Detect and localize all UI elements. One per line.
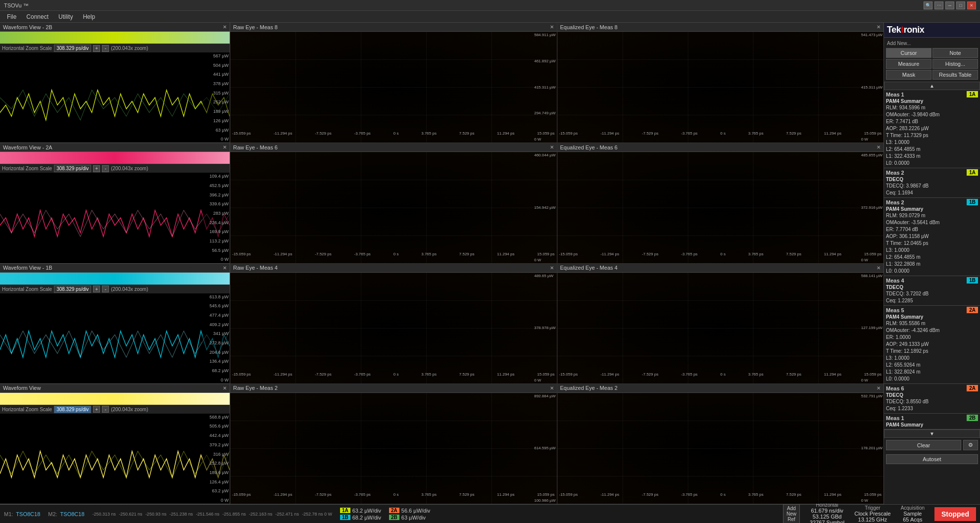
eq-eye-meas8-heatmap	[557, 32, 884, 143]
add-new-ref-button[interactable]: Add New Ref	[783, 504, 800, 523]
meas-2-label: Meas 2	[886, 170, 904, 176]
scale-2a-8: 56.5 µW	[202, 248, 229, 253]
m2-value: TSO8C18	[60, 511, 85, 517]
meas-2-title: TDECQ	[886, 177, 978, 182]
histog-button[interactable]: Histog...	[932, 59, 978, 69]
waveform-main-main[interactable]: 568.8 µW 505.6 µW 442.4 µW 379.2 µW 316 …	[0, 414, 230, 504]
add-new-ref-label3: Ref	[787, 517, 795, 522]
zoom-factor-2a: (200.043x zoom)	[111, 166, 148, 171]
eq-eye-meas4-heatmap	[557, 273, 884, 383]
meas-5-l2: L2: 655.9264 m	[886, 362, 978, 369]
zoom-value-2b[interactable]: 308.329 ps/div	[54, 45, 91, 52]
zoom-factor-main: (200.043x zoom)	[111, 407, 148, 412]
settings-icon[interactable]: ⋯	[934, 1, 943, 9]
m1-label: M1:	[4, 511, 13, 517]
waveform-2b-svg	[0, 52, 230, 143]
raw-eye-meas2-content[interactable]: -15.059 ps-11.294 ps-7.529 ps-3.765 ps0 …	[230, 393, 557, 504]
zoom-in-2a[interactable]: +	[93, 165, 100, 172]
meas-4-label: Meas 4	[886, 278, 904, 284]
meas-1-content: RLM: 934.5996 m OMAouter: -3.9840 dBm ER…	[886, 104, 978, 167]
raw-eye-meas8-close[interactable]: ✕	[550, 24, 554, 30]
zoom-value-1b[interactable]: 308.329 ps/div	[54, 285, 91, 293]
zoom-in-1b[interactable]: +	[93, 285, 100, 292]
waveform-2a: Waveform View - 2A ✕ Horizontal Zoom Sca…	[0, 143, 230, 263]
eq-eye-meas8-close[interactable]: ✕	[877, 24, 881, 30]
zoom-value-main[interactable]: 308.329 ps/div	[54, 406, 91, 413]
waveform-1b-scale: 613.8 µW 545.6 µW 477.4 µW 409.2 µW 341 …	[202, 293, 230, 383]
scale-main-9: 0 W	[202, 498, 229, 503]
minimize-button[interactable]: ─	[945, 1, 954, 9]
clear-button[interactable]: Clear	[886, 440, 961, 450]
main-area: Waveform View - 2B ✕ Horizontal Zoom Sca…	[0, 23, 980, 504]
stopped-button[interactable]: Stopped	[934, 507, 976, 521]
meas-5-l1: L1: 322.8024 m	[886, 369, 978, 376]
meas-3-content: RLM: 929.0729 m OMAouter: -3.5641 dBm ER…	[886, 212, 978, 275]
eq-eye-meas2-content[interactable]: -15.059 ps-11.294 ps-7.529 ps-3.765 ps0 …	[557, 393, 884, 504]
zoom-value-2a[interactable]: 308.329 ps/div	[54, 165, 91, 172]
titlebar: TSOVu ™ 🔍 ⋯ ─ □ ✕	[0, 0, 980, 11]
raw-eye-meas6-heatmap	[230, 152, 557, 263]
scale-2b-5: 252 µW	[202, 99, 229, 104]
menu-file[interactable]: File	[2, 12, 21, 21]
zoom-out-2a[interactable]: -	[102, 165, 109, 172]
cursor-button[interactable]: Cursor	[886, 48, 931, 58]
zoom-in-2b[interactable]: +	[93, 45, 100, 52]
raw-eye-meas6-content[interactable]: -15.059 ps-11.294 ps-7.529 ps-3.765 ps0 …	[230, 152, 557, 263]
eq-eye-meas4-header: Equalized Eye - Meas 4 ✕	[557, 264, 884, 273]
raw-eye-meas6-close[interactable]: ✕	[550, 144, 554, 150]
eq-eye-meas6-close[interactable]: ✕	[877, 144, 881, 150]
scale-2a-1: 452.5 µW	[202, 183, 229, 188]
waveform-main-close[interactable]: ✕	[223, 385, 227, 391]
ts-7: -252.471 ns	[275, 512, 299, 517]
ch-2b-group: 2B 63 µW/div	[389, 515, 430, 521]
waveform-2b-close[interactable]: ✕	[223, 24, 227, 30]
results-table-button[interactable]: Results Table	[932, 70, 978, 80]
close-button[interactable]: ✕	[967, 1, 976, 9]
eq-eye-meas4-content[interactable]: -15.059 ps-11.294 ps-7.529 ps-3.765 ps0 …	[557, 273, 884, 383]
waveform-1b-main[interactable]: 613.8 µW 545.6 µW 477.4 µW 409.2 µW 341 …	[0, 293, 230, 383]
meas-5-badge: 2A	[967, 307, 978, 313]
raw-eye-meas2-close[interactable]: ✕	[550, 385, 554, 391]
ts-2: -250.93 ns	[146, 512, 167, 517]
acquisition-mode: Sample	[903, 511, 922, 517]
mask-button[interactable]: Mask	[886, 70, 931, 80]
right-panel: Tektronix Add New... Cursor Note Measure…	[883, 23, 980, 504]
eq-eye-meas4-close[interactable]: ✕	[877, 265, 881, 271]
menu-connect[interactable]: Connect	[21, 12, 53, 21]
meas-6-tdecq: TDECQ: 3.8550 dB	[886, 398, 978, 405]
meas-4-title: TDECQ	[886, 285, 978, 290]
zoom-out-1b[interactable]: -	[102, 285, 109, 292]
waveform-1b-zoombar: Horizontal Zoom Scale 308.329 ps/div + -…	[0, 285, 230, 293]
waveform-2a-main[interactable]: 109.4 µW 452.5 µW 396.2 µW 339.6 µW 283 …	[0, 173, 230, 263]
meas-1-er: ER: 7.7471 dB	[886, 118, 978, 125]
eq-eye-meas2-close[interactable]: ✕	[877, 385, 881, 391]
waveform-2b-main[interactable]: 567 µW 504 µW 441 µW 378 µW 315 µW 252 µ…	[0, 52, 230, 143]
meas-1-l3: L3: 1.0000	[886, 139, 978, 146]
waveform-2b: Waveform View - 2B ✕ Horizontal Zoom Sca…	[0, 23, 230, 143]
menu-help[interactable]: Help	[78, 12, 100, 21]
eq-eye-meas6-content[interactable]: -15.059 ps-11.294 ps-7.529 ps-3.765 ps0 …	[557, 152, 884, 263]
meas-3-ttime: T Time: 12.0465 ps	[886, 240, 978, 247]
note-button[interactable]: Note	[932, 48, 978, 58]
eq-eye-meas8-content[interactable]: -15.059 ps-11.294 ps-7.529 ps-3.765 ps0 …	[557, 32, 884, 143]
maximize-button[interactable]: □	[956, 1, 965, 9]
zoom-in-main[interactable]: +	[93, 406, 100, 413]
raw-eye-meas8-header: Raw Eye - Meas 8 ✕	[230, 23, 557, 32]
menu-utility[interactable]: Utility	[53, 12, 78, 21]
autoset-button[interactable]: Autoset	[886, 454, 978, 464]
zoom-out-2b[interactable]: -	[102, 45, 109, 52]
scale-2b-8: 63 µW	[202, 128, 229, 133]
waveform-2a-close[interactable]: ✕	[223, 144, 227, 150]
raw-eye-meas4-content[interactable]: -15.059 ps-11.294 ps-7.529 ps-3.765 ps0 …	[230, 273, 557, 383]
measure-button[interactable]: Measure	[886, 59, 931, 69]
search-icon[interactable]: 🔍	[924, 1, 932, 9]
chevron-up-button[interactable]: ▲	[884, 82, 980, 90]
waveform-main-overview-bar	[0, 393, 230, 405]
menubar: File Connect Utility Help	[0, 11, 980, 23]
chevron-down-button[interactable]: ▼	[884, 429, 980, 438]
zoom-out-main[interactable]: -	[102, 406, 109, 413]
raw-eye-meas4-close[interactable]: ✕	[550, 265, 554, 271]
waveform-1b-close[interactable]: ✕	[223, 265, 227, 271]
raw-eye-meas8-content[interactable]: -15.059 ps-11.294 ps-7.529 ps-3.765 ps0 …	[230, 32, 557, 143]
gear-button[interactable]: ⚙	[963, 440, 978, 450]
